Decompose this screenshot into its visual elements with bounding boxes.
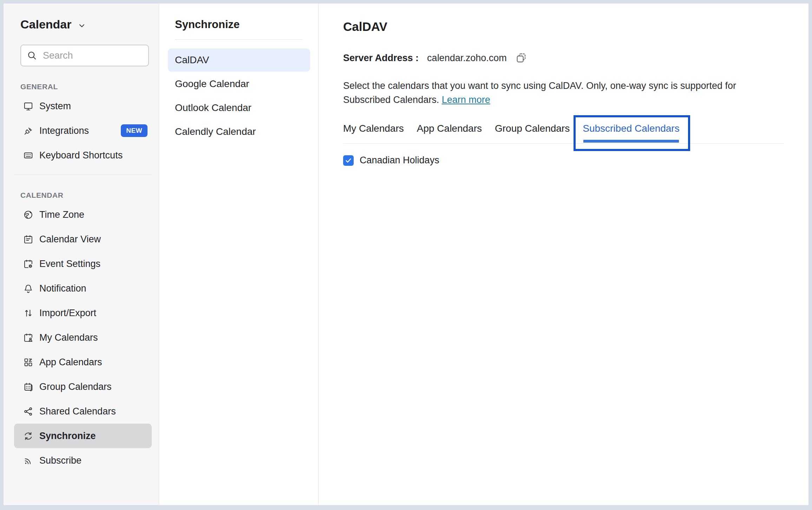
sidebar-item-label: System: [39, 101, 71, 112]
sidebar-item-app-calendars[interactable]: App Calendars: [14, 350, 152, 374]
sidebar-item-system[interactable]: System: [14, 94, 152, 118]
sidebar-item-label: Subscribe: [39, 455, 81, 466]
sidebar-item-integrations[interactable]: IntegrationsNEW: [14, 118, 152, 143]
sync-icon: [23, 431, 33, 441]
description: Select the calendars that you want to sy…: [343, 79, 780, 107]
calendar-checkbox[interactable]: [343, 155, 354, 166]
sidebar-item-label: Group Calendars: [39, 381, 112, 392]
page-title: CalDAV: [343, 20, 784, 34]
divider: [175, 39, 302, 40]
sidebar-item-my-calendars[interactable]: My Calendars: [14, 325, 152, 350]
caldav-settings-panel: CalDAV Server Address : calendar.zoho.co…: [319, 4, 808, 505]
sidebar-item-label: Shared Calendars: [39, 406, 116, 417]
sidebar-item-shared-calendars[interactable]: Shared Calendars: [14, 399, 152, 424]
server-address-label: Server Address :: [343, 53, 419, 64]
annotation-highlight-box: [574, 115, 690, 151]
import-export-icon: [23, 308, 33, 318]
sidebar-item-label: My Calendars: [39, 332, 98, 343]
app-switcher[interactable]: Calendar: [20, 18, 152, 31]
sync-option-google-calendar[interactable]: Google Calendar: [168, 72, 310, 96]
chevron-down-icon: [77, 21, 86, 30]
calendar-view-icon: [23, 234, 33, 244]
calendar-row: Canadian Holidays: [343, 155, 784, 166]
sidebar-item-label: Import/Export: [39, 308, 96, 319]
monitor-icon: [23, 101, 33, 111]
sidebar-item-synchronize[interactable]: Synchronize: [14, 424, 152, 448]
tab-app-calendars[interactable]: App Calendars: [417, 123, 482, 134]
sync-option-caldav[interactable]: CalDAV: [168, 48, 310, 72]
event-settings-icon: [23, 259, 33, 269]
tab-subscribed-calendars[interactable]: Subscribed Calendars: [583, 123, 680, 134]
server-address-value: calendar.zoho.com: [427, 53, 507, 64]
zoho-calendar-settings: Calendar GENERALSystemIntegrationsNEWKey…: [4, 4, 808, 505]
sidebar-item-event-settings[interactable]: Event Settings: [14, 251, 152, 276]
description-text: Select the calendars that you want to sy…: [343, 80, 736, 105]
search-box[interactable]: [20, 45, 149, 66]
section-label-general: GENERAL: [20, 83, 152, 91]
sidebar-item-label: Synchronize: [39, 431, 96, 442]
sidebar-item-label: Time Zone: [39, 209, 84, 220]
server-address-row: Server Address : calendar.zoho.com: [343, 52, 784, 64]
tab-group-calendars[interactable]: Group Calendars: [495, 123, 570, 134]
sidebar-item-label: App Calendars: [39, 357, 102, 368]
sidebar-item-keyboard-shortcuts[interactable]: Keyboard Shortcuts: [14, 143, 152, 168]
sidebar-item-group-calendars[interactable]: Group Calendars: [14, 374, 152, 399]
calendar-type-tabs: My CalendarsApp CalendarsGroup Calendars…: [343, 123, 784, 144]
plug-icon: [23, 126, 33, 136]
bell-icon: [23, 283, 33, 294]
new-badge: NEW: [121, 124, 148, 137]
keyboard-icon: [23, 150, 33, 161]
app-frame: Calendar GENERALSystemIntegrationsNEWKey…: [0, 0, 812, 510]
sidebar-item-label: Keyboard Shortcuts: [39, 150, 123, 161]
search-input[interactable]: [43, 50, 141, 61]
group-calendars-icon: [23, 382, 33, 392]
share-icon: [23, 406, 33, 417]
globe-icon: [23, 210, 33, 220]
sidebar-item-notification[interactable]: Notification: [14, 276, 152, 301]
settings-sidebar: Calendar GENERALSystemIntegrationsNEWKey…: [4, 4, 159, 505]
rss-icon: [23, 456, 33, 466]
copy-icon[interactable]: [515, 52, 527, 64]
synchronize-panel: Synchronize CalDAVGoogle CalendarOutlook…: [159, 4, 319, 505]
sidebar-navigation: GENERALSystemIntegrationsNEWKeyboard Sho…: [14, 83, 152, 473]
sidebar-item-label: Calendar View: [39, 234, 101, 245]
sidebar-item-label: Event Settings: [39, 259, 100, 269]
divider: [14, 175, 152, 175]
sidebar-title: Calendar: [20, 18, 72, 31]
search-icon: [27, 50, 37, 61]
sync-option-outlook-calendar[interactable]: Outlook Calendar: [168, 96, 310, 119]
app-calendars-icon: [23, 357, 33, 367]
learn-more-link[interactable]: Learn more: [442, 94, 490, 105]
tab-my-calendars[interactable]: My Calendars: [343, 123, 404, 134]
sidebar-item-import-export[interactable]: Import/Export: [14, 301, 152, 325]
synchronize-options-list: CalDAVGoogle CalendarOutlook CalendarCal…: [168, 48, 310, 143]
subscribed-calendars-list: Canadian Holidays: [343, 155, 784, 166]
calendar-label: Canadian Holidays: [360, 155, 439, 166]
sidebar-item-label: Integrations: [39, 125, 89, 136]
secondary-title: Synchronize: [175, 18, 318, 31]
sidebar-item-time-zone[interactable]: Time Zone: [14, 202, 152, 227]
sidebar-item-subscribe[interactable]: Subscribe: [14, 448, 152, 473]
sidebar-item-calendar-view[interactable]: Calendar View: [14, 227, 152, 251]
my-calendars-icon: [23, 333, 33, 343]
sync-option-calendly-calendar[interactable]: Calendly Calendar: [168, 120, 310, 143]
section-label-calendar: CALENDAR: [20, 191, 152, 200]
sidebar-item-label: Notification: [39, 283, 86, 294]
